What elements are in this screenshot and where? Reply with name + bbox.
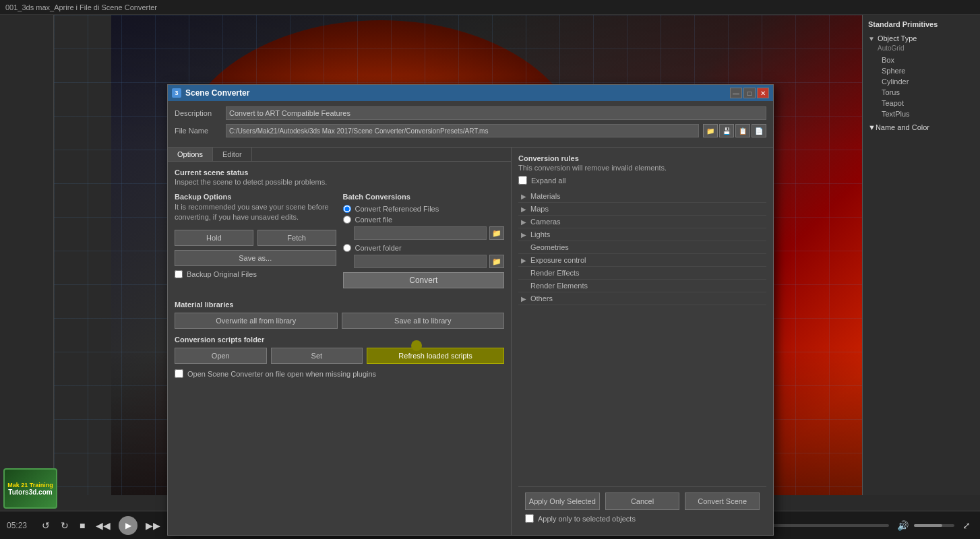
left-sidebar: [0, 15, 54, 495]
apply-only-label: Apply only to selected objects: [538, 515, 636, 523]
conv-scripts-section: Conversion scripts folder Open Set Refre…: [175, 336, 504, 364]
dialog-options-content: Current scene status Inspect the scene t…: [168, 162, 511, 535]
maps-label: Maps: [530, 205, 764, 213]
object-type-header[interactable]: ▼ Object Type: [863, 33, 980, 44]
apply-only-row: Apply only to selected objects: [525, 514, 760, 523]
open-scene-label: Open Scene Converter on file open when m…: [187, 370, 376, 378]
primitives-list: Box Sphere Cylinder Torus Teapot TextPlu…: [863, 55, 980, 119]
right-panel-header: Standard Primitives: [863, 18, 980, 30]
convert-folder-browse-btn[interactable]: 📁: [489, 255, 504, 268]
open-scene-checkbox[interactable]: [175, 369, 183, 378]
maps-arrow: ▶: [521, 205, 530, 213]
player-loop-btn[interactable]: ↺: [39, 519, 53, 532]
apply-only-selected-btn[interactable]: Apply Only Selected: [525, 493, 600, 510]
fetch-btn[interactable]: Fetch: [257, 230, 336, 246]
filename-open-btn[interactable]: 📁: [703, 124, 718, 137]
convert-folder-input[interactable]: [354, 255, 487, 268]
refresh-scripts-btn[interactable]: Refresh loaded scripts: [367, 348, 504, 364]
open-scene-row: Open Scene Converter on file open when m…: [175, 369, 504, 378]
save-library-btn[interactable]: Save all to library: [342, 313, 505, 329]
filename-saveas-btn[interactable]: 📋: [735, 124, 750, 137]
tree-lights[interactable]: ▶ Lights: [518, 228, 766, 241]
player-refresh-btn[interactable]: ↻: [58, 519, 71, 532]
tree-materials[interactable]: ▶ Materials: [518, 190, 766, 203]
overwrite-library-btn[interactable]: Overwrite all from library: [175, 313, 338, 329]
set-scripts-btn[interactable]: Set: [271, 348, 363, 364]
radio-ref-files: Convert Referenced Files: [343, 205, 505, 213]
expand-all-row: Expand all: [518, 176, 766, 185]
convert-btn[interactable]: Convert: [343, 272, 505, 288]
primitive-teapot[interactable]: Teapot: [876, 98, 980, 108]
convert-folder-input-row: 📁: [354, 255, 505, 268]
autogrid-label: AutoGrid: [863, 44, 980, 55]
others-label: Others: [530, 294, 764, 303]
expand-all-checkbox[interactable]: [518, 176, 527, 185]
dialog-titlebar[interactable]: 3 Scene Converter — □ ✕: [168, 85, 773, 101]
tree-cameras[interactable]: ▶ Cameras: [518, 216, 766, 228]
filename-save-btn[interactable]: 💾: [719, 124, 734, 137]
tab-editor[interactable]: Editor: [213, 148, 252, 161]
cancel-btn[interactable]: Cancel: [605, 493, 680, 510]
player-stop-btn[interactable]: ■: [77, 519, 88, 532]
convert-file-browse-btn[interactable]: 📁: [489, 226, 504, 240]
tree-render-elements[interactable]: ▶ Render Elements: [518, 280, 766, 292]
convert-file-input[interactable]: [354, 226, 487, 240]
tree-exposure[interactable]: ▶ Exposure control: [518, 254, 766, 267]
tree-maps[interactable]: ▶ Maps: [518, 203, 766, 216]
conv-scripts-btns: Open Set Refresh loaded scripts: [175, 348, 504, 364]
batch-title: Batch Conversions: [343, 193, 505, 201]
dialog-fields: Description File Name 📁 💾 📋 📄: [168, 101, 773, 148]
tab-options[interactable]: Options: [168, 148, 213, 161]
description-input[interactable]: [226, 106, 766, 120]
player-forward-btn[interactable]: ▶▶: [143, 519, 163, 532]
primitive-cylinder[interactable]: Cylinder: [876, 76, 980, 87]
volume-fill: [914, 524, 942, 527]
logo-line2: Tutors3d.com: [8, 488, 52, 496]
dialog-minimize-btn[interactable]: —: [730, 88, 742, 98]
radio-file-label: Convert file: [355, 216, 393, 224]
radio-file[interactable]: [343, 216, 351, 224]
window-title: 001_3ds max_Aprire i File di Scene Conve…: [5, 3, 157, 11]
object-type-label: Object Type: [878, 34, 917, 42]
filename-input[interactable]: [226, 124, 699, 137]
conv-scripts-title: Conversion scripts folder: [175, 336, 504, 344]
render-effects-label: Render Effects: [530, 269, 764, 277]
primitive-torus[interactable]: Torus: [876, 87, 980, 98]
tree-others[interactable]: ▶ Others: [518, 292, 766, 305]
filename-copy-btn[interactable]: 📄: [752, 124, 766, 137]
open-scripts-btn[interactable]: Open: [175, 348, 267, 364]
lights-arrow: ▶: [521, 231, 530, 239]
object-type-section: ▼ Object Type AutoGrid Box Sphere Cylind…: [863, 33, 980, 119]
cameras-label: Cameras: [530, 218, 764, 226]
radio-convert-ref[interactable]: [343, 205, 351, 213]
backup-original-label: Backup Original Files: [187, 270, 257, 278]
filename-label: File Name: [175, 127, 222, 135]
apply-only-checkbox[interactable]: [525, 514, 534, 523]
backup-original-checkbox[interactable]: [175, 270, 183, 278]
dialog-title-text: Scene Converter: [185, 88, 249, 98]
name-color-header[interactable]: ▼ Name and Color: [863, 122, 980, 133]
volume-bar[interactable]: [914, 524, 954, 527]
tree-render-effects[interactable]: ▶ Render Effects: [518, 267, 766, 280]
expand-all-label: Expand all: [531, 177, 565, 185]
saveas-btn[interactable]: Save as...: [175, 250, 336, 266]
volume-icon[interactable]: 🔊: [894, 519, 911, 532]
hold-btn[interactable]: Hold: [175, 230, 253, 246]
conv-rules-title: Conversion rules: [518, 154, 766, 162]
primitive-box[interactable]: Box: [876, 55, 980, 65]
dialog-controls: — □ ✕: [730, 88, 769, 98]
dialog-close-btn[interactable]: ✕: [757, 88, 769, 98]
radio-folder-label: Convert folder: [355, 244, 402, 252]
fullscreen-btn[interactable]: ⤢: [960, 519, 973, 532]
primitive-sphere[interactable]: Sphere: [876, 65, 980, 76]
dialog-restore-btn[interactable]: □: [743, 88, 756, 98]
player-play-btn[interactable]: ▶: [119, 516, 137, 535]
primitive-textplus[interactable]: TextPlus: [876, 108, 980, 119]
convert-scene-btn[interactable]: Convert Scene: [685, 493, 760, 510]
radio-folder[interactable]: [343, 244, 351, 252]
player-time: 05:23: [7, 521, 34, 530]
materials-label: Materials: [530, 192, 764, 200]
hold-fetch-row: Hold Fetch: [175, 230, 336, 246]
player-rewind-btn[interactable]: ◀◀: [93, 519, 113, 532]
tree-geometries[interactable]: ▶ Geometries: [518, 241, 766, 254]
